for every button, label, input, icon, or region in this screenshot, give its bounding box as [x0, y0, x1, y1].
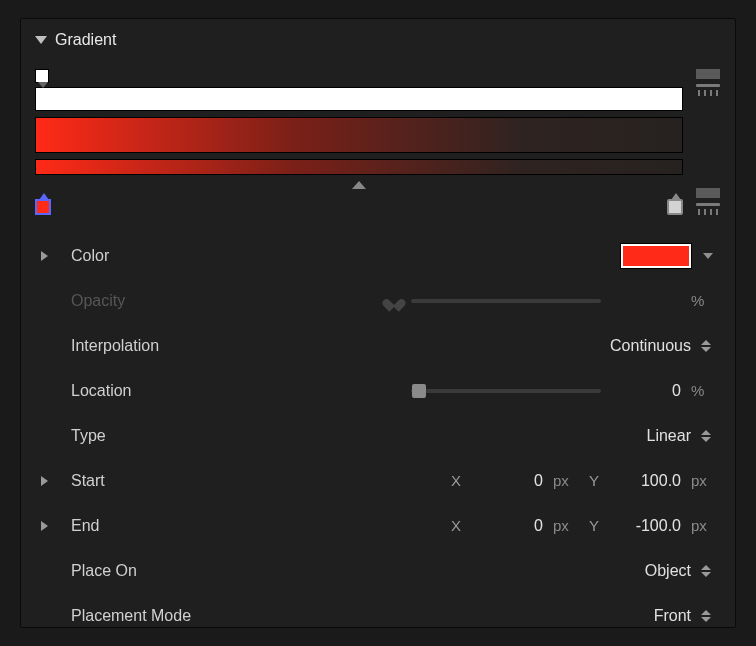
type-value[interactable]: Linear — [647, 427, 691, 445]
distribute-opacity-stops-button[interactable] — [695, 69, 721, 96]
start-y-axis-label: Y — [587, 472, 601, 489]
end-x-unit: px — [553, 517, 577, 534]
opacity-label: Opacity — [71, 292, 241, 310]
placement-mode-label: Placement Mode — [71, 607, 241, 625]
end-row: End X 0 px Y -100.0 px — [41, 503, 715, 548]
location-row: Location 0 % — [41, 368, 715, 413]
disclosure-triangle-right-icon[interactable] — [41, 521, 48, 531]
end-label: End — [71, 517, 241, 535]
color-row: Color — [41, 233, 715, 278]
disclosure-triangle-down-icon[interactable] — [35, 36, 47, 44]
opacity-slider — [411, 299, 601, 303]
section-title: Gradient — [55, 31, 116, 49]
end-y-value[interactable]: -100.0 — [611, 517, 681, 535]
disclosure-triangle-right-icon[interactable] — [41, 251, 48, 261]
location-value[interactable]: 0 — [611, 382, 681, 400]
chevron-down-icon — [703, 253, 713, 259]
distribute-color-stops-button[interactable] — [695, 188, 721, 215]
start-x-unit: px — [553, 472, 577, 489]
placement-mode-row: Placement Mode Front — [41, 593, 715, 638]
type-label: Type — [71, 427, 241, 445]
opacity-row: Opacity % — [41, 278, 715, 323]
start-y-value[interactable]: 100.0 — [611, 472, 681, 490]
end-y-unit: px — [691, 517, 715, 534]
gradient-editor — [35, 69, 721, 215]
gradient-section-header[interactable]: Gradient — [35, 31, 721, 49]
end-x-axis-label: X — [449, 517, 463, 534]
interpolation-row: Interpolation Continuous — [41, 323, 715, 368]
start-row: Start X 0 px Y 100.0 px — [41, 458, 715, 503]
type-popup-stepper[interactable] — [701, 427, 715, 445]
interpolation-popup-stepper[interactable] — [701, 337, 715, 355]
disclosure-triangle-right-icon[interactable] — [41, 476, 48, 486]
placement-mode-popup-stepper[interactable] — [701, 607, 715, 625]
place-on-row: Place On Object — [41, 548, 715, 593]
midpoint-marker-icon[interactable] — [352, 181, 366, 189]
color-stop-handle-end[interactable] — [667, 199, 683, 215]
location-slider[interactable] — [411, 389, 601, 393]
opacity-stop-handle[interactable] — [35, 69, 49, 83]
color-label: Color — [71, 247, 241, 265]
type-row: Type Linear — [41, 413, 715, 458]
color-well[interactable] — [621, 244, 691, 268]
gradient-parameters: Color Opacity % Interpolation Continuous — [35, 233, 721, 638]
heart-icon — [387, 294, 401, 308]
place-on-value[interactable]: Object — [645, 562, 691, 580]
opacity-gradient-bar[interactable] — [35, 87, 683, 111]
interpolation-value[interactable]: Continuous — [610, 337, 691, 355]
color-gradient-bar[interactable] — [35, 159, 683, 175]
slider-thumb[interactable] — [412, 384, 426, 398]
start-x-axis-label: X — [449, 472, 463, 489]
gradient-panel: Gradient — [20, 18, 736, 628]
interpolation-label: Interpolation — [71, 337, 241, 355]
start-y-unit: px — [691, 472, 715, 489]
placement-mode-value[interactable]: Front — [654, 607, 691, 625]
opacity-unit: % — [691, 292, 715, 309]
location-label: Location — [71, 382, 241, 400]
combined-gradient-bar[interactable] — [35, 117, 683, 153]
end-y-axis-label: Y — [587, 517, 601, 534]
end-x-value[interactable]: 0 — [473, 517, 543, 535]
place-on-popup-stepper[interactable] — [701, 562, 715, 580]
start-label: Start — [71, 472, 241, 490]
place-on-label: Place On — [71, 562, 241, 580]
color-popup-button[interactable] — [701, 249, 715, 263]
location-unit: % — [691, 382, 715, 399]
color-stop-handle-start[interactable] — [35, 199, 51, 215]
start-x-value[interactable]: 0 — [473, 472, 543, 490]
